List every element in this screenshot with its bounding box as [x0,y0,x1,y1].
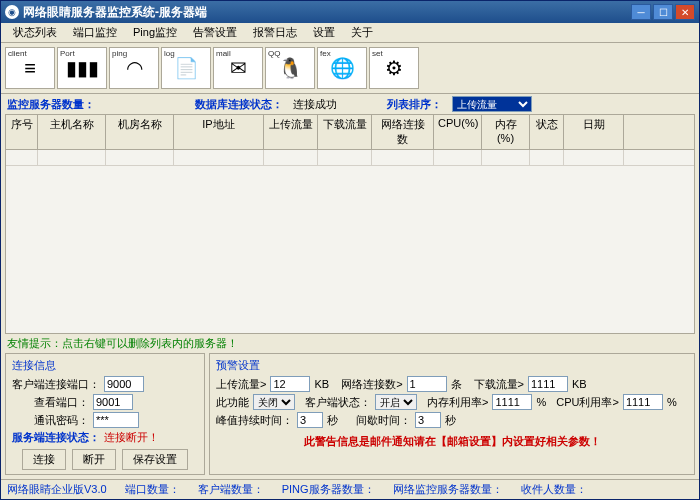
toolbar: client≡ Port▮▮▮ ping◠ log📄 mail✉ QQ🐧 fex… [1,43,699,94]
mem-input[interactable] [492,394,532,410]
footer-port: 端口数量： [125,482,180,497]
menu-status[interactable]: 状态列表 [5,23,65,42]
down-label: 下载流量> [474,377,524,392]
up-input[interactable] [270,376,310,392]
maximize-button[interactable]: ☐ [653,4,673,20]
statusbar: 网络眼睛企业版V3.0 端口数量： 客户端数量： PING服务器数量： 网络监控… [1,479,699,499]
menu-port[interactable]: 端口监控 [65,23,125,42]
func-select[interactable]: 关闭 [253,394,295,410]
tool-client[interactable]: client≡ [5,47,55,89]
col-date[interactable]: 日期 [564,115,624,149]
monitor-count-label: 监控服务器数量： [7,97,95,112]
status-row: 监控服务器数量： 数据库连接状态： 连接成功 列表排序： 上传流量 [1,94,699,114]
mail-icon: ✉ [230,56,247,80]
tool-qq[interactable]: QQ🐧 [265,47,315,89]
close-button[interactable]: ✕ [675,4,695,20]
col-conn[interactable]: 网络连接数 [372,115,434,149]
tool-fex[interactable]: fex🌐 [317,47,367,89]
password-input[interactable] [93,412,139,428]
qq-icon: 🐧 [278,56,303,80]
sort-label: 列表排序： [387,97,442,112]
conn-label: 网络连接数> [341,377,402,392]
col-room[interactable]: 机房名称 [106,115,174,149]
col-status[interactable]: 状态 [530,115,564,149]
titlebar: ◉ 网络眼睛服务器监控系统-服务器端 ─ ☐ ✕ [1,1,699,23]
col-host[interactable]: 主机名称 [38,115,106,149]
app-icon: ◉ [5,5,19,19]
version-label: 网络眼睛企业版V3.0 [7,482,107,497]
col-up[interactable]: 上传流量 [264,115,318,149]
db-status-label: 数据库连接状态： [195,97,283,112]
srv-status-label: 服务端连接状态： [12,430,100,445]
server-grid[interactable]: 序号 主机名称 机房名称 IP地址 上传流量 下载流量 网络连接数 CPU(%)… [5,114,695,334]
col-cpu[interactable]: CPU(%) [434,115,482,149]
peak-label: 峰值持续时间： [216,413,293,428]
tool-mail[interactable]: mail✉ [213,47,263,89]
cpu-input[interactable] [623,394,663,410]
grid-body[interactable] [6,150,694,334]
db-status-value: 连接成功 [293,97,337,112]
tool-set[interactable]: set⚙ [369,47,419,89]
port-icon: ▮▮▮ [66,56,99,80]
sort-select[interactable]: 上传流量 [452,96,532,112]
col-ip[interactable]: IP地址 [174,115,264,149]
bars-icon: ≡ [24,57,36,80]
hint-text: 友情提示：点击右键可以删除列表内的服务器！ [1,334,699,353]
func-label: 此功能 [216,395,249,410]
tool-port[interactable]: Port▮▮▮ [57,47,107,89]
conn-title: 连接信息 [12,358,198,373]
tool-ping[interactable]: ping◠ [109,47,159,89]
connection-panel: 连接信息 客户端连接端口： 查看端口： 通讯密码： 服务端连接状态：连接断开！ … [5,353,205,475]
menu-ping[interactable]: Ping监控 [125,23,185,42]
gap-input[interactable] [415,412,441,428]
alarm-warning: 此警告信息是邮件通知请在【邮箱设置】内设置好相关参数！ [304,434,601,449]
log-icon: 📄 [174,56,199,80]
app-window: ◉ 网络眼睛服务器监控系统-服务器端 ─ ☐ ✕ 状态列表 端口监控 Ping监… [0,0,700,500]
minimize-button[interactable]: ─ [631,4,651,20]
peak-input[interactable] [297,412,323,428]
cpu-label: CPU利用率> [556,395,619,410]
footer-recv: 收件人数量： [521,482,587,497]
menubar: 状态列表 端口监控 Ping监控 告警设置 报警日志 设置 关于 [1,23,699,43]
menu-settings[interactable]: 设置 [305,23,343,42]
conn-input[interactable] [407,376,447,392]
menu-about[interactable]: 关于 [343,23,381,42]
table-row[interactable] [6,150,694,166]
down-input[interactable] [528,376,568,392]
menu-alarm[interactable]: 告警设置 [185,23,245,42]
globe-icon: 🌐 [330,56,355,80]
pwd-label: 通讯密码： [34,413,89,428]
footer-ping: PING服务器数量： [282,482,375,497]
client-port-input[interactable] [104,376,144,392]
grid-header: 序号 主机名称 机房名称 IP地址 上传流量 下载流量 网络连接数 CPU(%)… [6,115,694,150]
footer-client: 客户端数量： [198,482,264,497]
gap-label: 间歇时间： [356,413,411,428]
col-index[interactable]: 序号 [6,115,38,149]
client-label: 客户端状态： [305,395,371,410]
alarm-title: 预警设置 [216,358,688,373]
gear-icon: ⚙ [385,56,403,80]
client-select[interactable]: 开启 [375,394,417,410]
col-mem[interactable]: 内存(%) [482,115,530,149]
up-label: 上传流量> [216,377,266,392]
view-port-input[interactable] [93,394,133,410]
footer-net: 网络监控服务器数量： [393,482,503,497]
window-title: 网络眼睛服务器监控系统-服务器端 [23,4,631,21]
connect-button[interactable]: 连接 [22,449,66,470]
mem-label: 内存利用率> [427,395,488,410]
cloud-icon: ◠ [126,56,143,80]
alarm-panel: 预警设置 上传流量>KB 网络连接数>条 下载流量>KB 此功能关闭 客户端状态… [209,353,695,475]
port-label: 客户端连接端口： [12,377,100,392]
col-down[interactable]: 下载流量 [318,115,372,149]
tool-log[interactable]: log📄 [161,47,211,89]
view-label: 查看端口： [34,395,89,410]
srv-status-value: 连接断开！ [104,430,159,445]
disconnect-button[interactable]: 断开 [72,449,116,470]
menu-log[interactable]: 报警日志 [245,23,305,42]
save-settings-button[interactable]: 保存设置 [122,449,188,470]
